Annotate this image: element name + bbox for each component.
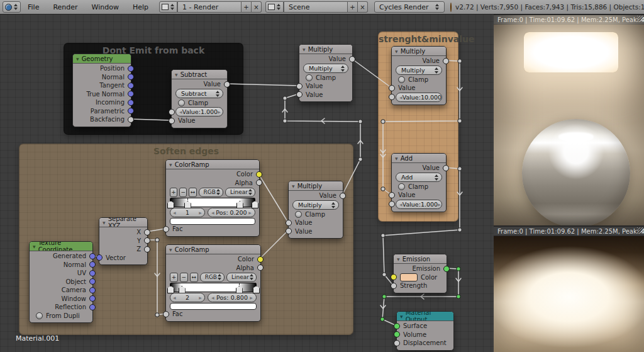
interpolation-dropdown[interactable]: Linear <box>225 188 255 197</box>
material-output-surface-socket[interactable] <box>394 323 400 329</box>
collapse-icon[interactable]: ▼ <box>397 257 400 261</box>
delete-stop-button[interactable]: − <box>180 273 188 282</box>
add-screen-button[interactable]: + <box>242 1 252 13</box>
color-mode-dropdown[interactable]: RGB <box>199 188 223 197</box>
subtract-value-socket[interactable] <box>224 81 230 88</box>
collapse-icon[interactable]: ▼ <box>400 314 403 319</box>
texture-coordinate-generated-socket[interactable] <box>89 253 96 259</box>
menu-help[interactable]: Help <box>133 3 148 11</box>
node-header[interactable]: ▼ColorRamp <box>166 160 259 169</box>
render-engine-selector[interactable]: Cycles Render <box>374 1 445 13</box>
slider-left-arrow-icon[interactable]: ◀ <box>211 210 214 215</box>
node-colorramp-1[interactable]: ▼ColorRampColorAlpha+−↔RGBLinear◀1▶◀Pos:… <box>165 159 260 237</box>
checkbox-clamp[interactable] <box>295 211 302 218</box>
separate-xyz-x-socket[interactable] <box>144 229 150 236</box>
collapse-icon[interactable]: ▼ <box>76 57 79 61</box>
slider-right-arrow-icon[interactable]: ▶ <box>250 295 253 300</box>
flip-ramp-button[interactable]: ↔ <box>189 188 196 197</box>
reroute-node[interactable] <box>458 228 462 232</box>
checkbox-clamp[interactable] <box>306 74 313 81</box>
node-multiply-strength[interactable]: ▼MultiplyValueMultiplyClampValue◀Value:1… <box>391 46 447 105</box>
add-stop-button[interactable]: + <box>170 273 178 282</box>
scene-name-field[interactable]: Scene <box>284 1 348 13</box>
screen-name-field[interactable]: 1 - Render <box>177 1 242 13</box>
corner-grip-icon[interactable] <box>637 16 643 22</box>
stepper-right-arrow-icon[interactable]: ▶ <box>199 295 202 300</box>
stepper-left-arrow-icon[interactable]: ◀ <box>173 210 176 215</box>
node-add[interactable]: ▼AddValueAddClampValue◀Value:1.000▶ <box>391 153 447 212</box>
stop-position-slider[interactable]: ◀Pos:0.200▶ <box>208 208 255 217</box>
subtract-value-socket[interactable] <box>169 118 175 124</box>
material-output-displacement-socket[interactable] <box>394 340 400 346</box>
geometry-incoming-socket[interactable] <box>128 99 134 106</box>
reroute-node[interactable] <box>358 120 362 123</box>
node-header[interactable]: ▼Geometry <box>73 54 131 64</box>
node-header[interactable]: ▼Emission <box>394 254 447 264</box>
collapse-icon[interactable]: ▼ <box>395 156 398 161</box>
value-slider[interactable]: ◀Value:10.000▶ <box>396 93 442 102</box>
stop-index-stepper[interactable]: ◀2▶ <box>170 293 205 302</box>
color-mode-dropdown[interactable]: RGB <box>200 273 225 282</box>
menu-file[interactable]: File <box>28 3 39 11</box>
geometry-tangent-socket[interactable] <box>128 82 134 89</box>
add-stop-button[interactable]: + <box>170 188 177 197</box>
reroute-node[interactable] <box>457 267 460 271</box>
enum-dropdown[interactable]: Subtract <box>175 89 223 98</box>
checkbox-clamp[interactable] <box>398 76 405 83</box>
geometry-position-socket[interactable] <box>128 65 134 72</box>
enum-dropdown[interactable]: Add <box>396 173 442 182</box>
node-material-output[interactable]: ▼Material OutputSurfaceVolumeDisplacemen… <box>396 311 454 351</box>
checkbox-from-dupli[interactable] <box>36 312 43 319</box>
emission-strength-socket[interactable] <box>391 283 397 289</box>
texture-coordinate-uv-socket[interactable] <box>89 270 96 276</box>
corner-grip-icon[interactable] <box>637 227 643 234</box>
stop-position-slider[interactable]: ◀Pos:0.800▶ <box>208 293 257 302</box>
delete-stop-button[interactable]: − <box>179 188 187 197</box>
collapse-icon[interactable]: ▼ <box>169 162 172 167</box>
colorramp-2-color-socket[interactable] <box>257 256 264 263</box>
reroute-node[interactable] <box>380 317 384 321</box>
texture-coordinate-camera-socket[interactable] <box>89 287 96 293</box>
slider-left-arrow-icon[interactable]: ◀ <box>211 295 214 300</box>
add-value:-socket[interactable] <box>389 201 395 207</box>
stepper-left-arrow-icon[interactable]: ◀ <box>173 295 176 300</box>
node-texture-coordinate[interactable]: ▼Texture CoordinateGeneratedNormalUVObje… <box>29 241 93 323</box>
collapse-icon[interactable]: ▼ <box>169 247 172 252</box>
node-header[interactable]: ▼Subtract <box>172 70 227 79</box>
node-multiply-soften[interactable]: ▼MultiplyValueMultiplyClampValueValue <box>288 181 343 239</box>
collapse-icon[interactable]: ▼ <box>395 49 398 54</box>
slider-right-arrow-icon[interactable]: ▶ <box>441 95 442 99</box>
node-header[interactable]: ▼Add <box>392 154 446 163</box>
node-separate-xyz[interactable]: ▼Separate XYZXYZVector <box>99 217 148 265</box>
node-multiply-top[interactable]: ▼MultiplyValueMultiplyClampValueValue <box>299 44 353 102</box>
emission-emission-socket[interactable] <box>443 266 450 272</box>
checkbox-clamp[interactable] <box>178 99 185 106</box>
value-slider[interactable]: ◀Value:1.000▶ <box>396 200 442 209</box>
checkbox-clamp[interactable] <box>398 183 405 190</box>
reroute-node[interactable] <box>283 96 287 100</box>
node-header[interactable]: ▼Texture Coordinate <box>30 242 92 251</box>
texture-coordinate-reflection-socket[interactable] <box>89 304 96 310</box>
reroute-node[interactable] <box>283 119 287 123</box>
menu-window[interactable]: Window <box>92 3 119 11</box>
browse-screens-button[interactable] <box>159 1 177 13</box>
collapse-icon[interactable]: ▼ <box>303 47 306 52</box>
collapse-icon[interactable]: ▼ <box>175 72 178 77</box>
slider-right-arrow-icon[interactable]: ▶ <box>218 110 221 114</box>
collapse-icon[interactable]: ▼ <box>33 244 36 249</box>
node-emission[interactable]: ▼EmissionEmissionColorStrength <box>393 254 447 293</box>
reroute-node[interactable] <box>382 295 386 298</box>
multiply-top-value-socket[interactable] <box>296 83 303 89</box>
collapse-icon[interactable]: ▼ <box>292 184 295 188</box>
add-scene-button[interactable]: + <box>348 1 358 13</box>
multiply-soften-value-socket[interactable] <box>286 220 292 226</box>
enum-dropdown[interactable]: Multiply <box>396 65 442 75</box>
colorramp-2-fac-socket[interactable] <box>163 311 169 317</box>
multiply-strength-value-socket[interactable] <box>389 85 395 91</box>
stop-color-swatch[interactable] <box>170 218 255 225</box>
multiply-strength-value-socket[interactable] <box>443 58 449 64</box>
value-slider[interactable]: ◀Value:1.000▶ <box>175 107 223 116</box>
multiply-top-value-socket[interactable] <box>349 56 355 62</box>
flip-ramp-button[interactable]: ↔ <box>190 273 198 282</box>
interpolation-dropdown[interactable]: Linear <box>226 273 257 282</box>
